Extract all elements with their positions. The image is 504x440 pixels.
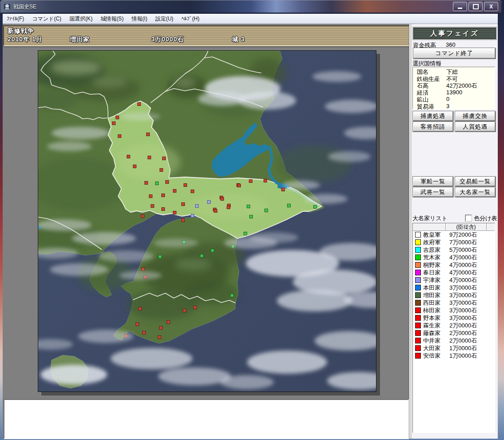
menu-item-1[interactable]: コマンド(C) bbox=[28, 14, 65, 24]
daimyo-row[interactable]: 春日家 4万0000石 bbox=[413, 269, 495, 276]
clan-name: 藤森家 bbox=[423, 329, 446, 337]
daimyo-row[interactable]: 野本家 3万0000石 bbox=[413, 314, 495, 322]
close-button[interactable]: X bbox=[484, 2, 498, 11]
action-button-2[interactable]: 客将招請 bbox=[412, 121, 453, 132]
clan-koku: 3万0000石 bbox=[449, 307, 477, 315]
clan-name: 霧生家 bbox=[423, 322, 446, 330]
clan-name: 教皇軍 bbox=[423, 231, 446, 239]
clan-koku: 3万0000石 bbox=[449, 291, 477, 299]
list-buttons: 軍船一覧交易船一覧武将一覧大名家一覧 bbox=[412, 176, 496, 197]
daimyo-row[interactable]: 宇津家 4万0000石 bbox=[413, 276, 495, 284]
info-value: 42万2000石 bbox=[446, 82, 495, 89]
menu-item-0[interactable]: ﾌｧｲﾙ(F) bbox=[3, 14, 28, 23]
daimyo-row[interactable]: 柿田家 3万0000石 bbox=[413, 307, 495, 314]
clan-name: 安倍家 bbox=[423, 352, 446, 360]
menu-item-5[interactable]: 設定(U) bbox=[151, 14, 177, 24]
scenario-title: 新修戦争 bbox=[8, 27, 34, 35]
menu-item-6[interactable]: ﾍﾙﾌﾟ(H) bbox=[177, 14, 204, 23]
info-label: 鉄砲生産 bbox=[413, 75, 446, 82]
daimyo-row[interactable]: 本田家 3万0000石 bbox=[413, 284, 495, 291]
clan-name: 本田家 bbox=[423, 284, 446, 292]
clan-color-chip bbox=[415, 270, 421, 275]
daimyo-row[interactable]: 桐野家 4万0000石 bbox=[413, 261, 495, 269]
daimyo-row[interactable]: 吉原家 5万0000石 bbox=[413, 246, 495, 254]
menu-item-2[interactable]: 国選択(K) bbox=[65, 14, 96, 24]
message-panel bbox=[4, 399, 409, 439]
menu-item-3[interactable]: 城情報(S) bbox=[96, 14, 128, 24]
clan-color-chip bbox=[415, 232, 421, 238]
clan-color-chip bbox=[415, 323, 421, 328]
info-label: 経済 bbox=[413, 89, 446, 96]
country-info-row: 石高 42万2000石 bbox=[413, 82, 495, 89]
list-button-2[interactable]: 武将一覧 bbox=[412, 187, 453, 197]
clan-color-chip bbox=[415, 353, 421, 359]
phase-header: 人事フェイズ bbox=[412, 27, 497, 40]
clan-koku: 1万0000石 bbox=[449, 352, 477, 360]
colorize-checkbox[interactable] bbox=[465, 215, 472, 221]
clan-name: 宇津家 bbox=[423, 276, 446, 284]
game-date: 2010年 1月 bbox=[8, 36, 43, 44]
selected-country-info: 国名 下総 鉄砲生産 不可 石高 42万2000石 経済 13900 鉱山 0 … bbox=[412, 67, 495, 109]
action-button-0[interactable]: 捕虜処遇 bbox=[412, 111, 453, 121]
clan-koku: 9万2000石 bbox=[449, 231, 477, 239]
player-clan: 増田家 bbox=[70, 36, 90, 44]
end-command-button[interactable]: コマンド終了 bbox=[413, 48, 496, 59]
map-canvas[interactable] bbox=[38, 51, 376, 392]
list-button-3[interactable]: 大名家一覧 bbox=[455, 187, 496, 197]
player-koku: 3万0000石 bbox=[151, 36, 184, 44]
minimize-icon bbox=[458, 8, 462, 9]
clan-name: 野本家 bbox=[423, 314, 446, 322]
clan-koku: 2万0000石 bbox=[449, 329, 477, 337]
action-button-1[interactable]: 捕虜交換 bbox=[455, 111, 496, 121]
daimyo-row[interactable]: 霧生家 2万0000石 bbox=[413, 322, 495, 329]
clan-name: 桐野家 bbox=[423, 261, 446, 269]
minimize-button[interactable] bbox=[453, 2, 467, 11]
clan-color-chip bbox=[415, 315, 421, 321]
daimyo-row[interactable]: 荒木家 4万0000石 bbox=[413, 254, 495, 261]
action-button-3[interactable]: 人質処遇 bbox=[455, 121, 496, 132]
daimyo-row[interactable]: 安倍家 1万0000石 bbox=[413, 352, 495, 359]
clan-koku: 2万0000石 bbox=[449, 337, 477, 345]
strategy-map[interactable] bbox=[38, 50, 376, 392]
list-button-0[interactable]: 軍船一覧 bbox=[412, 176, 453, 186]
clan-color-chip bbox=[415, 239, 421, 245]
maximize-icon bbox=[473, 4, 479, 9]
title-bar[interactable]: 戦国史SE X bbox=[0, 0, 502, 13]
daimyo-row[interactable]: 西田家 3万0000石 bbox=[413, 299, 495, 307]
clan-koku: 4万0000石 bbox=[449, 276, 477, 284]
info-value: 13900 bbox=[446, 89, 495, 96]
clan-color-chip bbox=[415, 345, 421, 351]
clan-koku: 4万0000石 bbox=[449, 269, 477, 277]
daimyo-row[interactable]: 中井家 2万0000石 bbox=[413, 337, 495, 344]
daimyo-row[interactable]: 藤森家 2万0000石 bbox=[413, 329, 495, 337]
clan-koku: 3万0000石 bbox=[449, 314, 477, 322]
funds-value: 360 bbox=[446, 41, 456, 48]
app-icon bbox=[4, 3, 11, 10]
clan-name: 大田家 bbox=[423, 344, 446, 352]
clan-color-chip bbox=[415, 277, 421, 283]
clan-koku: 5万0000石 bbox=[449, 246, 477, 254]
country-info-row: 貿易港 3 bbox=[413, 103, 495, 110]
clan-koku: 7万0000石 bbox=[449, 238, 477, 246]
daimyo-row[interactable]: 増田家 3万0000石 bbox=[413, 291, 495, 299]
clan-name: 荒木家 bbox=[423, 254, 446, 262]
clan-color-chip bbox=[415, 330, 421, 336]
daimyo-row[interactable]: 大田家 1万0000石 bbox=[413, 344, 495, 352]
clan-koku: 3万0000石 bbox=[449, 284, 477, 292]
map-noise bbox=[38, 51, 376, 392]
info-label: 石高 bbox=[413, 82, 446, 89]
menu-bar: ﾌｧｲﾙ(F)コマンド(C)国選択(K)城情報(S)情報(I)設定(U)ﾍﾙﾌﾟ… bbox=[3, 14, 498, 24]
clan-color-chip bbox=[415, 254, 421, 260]
clan-name: 増田家 bbox=[423, 291, 446, 299]
maximize-button[interactable] bbox=[468, 2, 483, 11]
player-castles: 城 3 bbox=[232, 36, 245, 44]
clan-koku: 2万0000石 bbox=[449, 322, 477, 330]
menu-item-4[interactable]: 情報(I) bbox=[128, 14, 151, 24]
daimyo-row[interactable]: 政府軍 7万0000石 bbox=[413, 238, 495, 246]
daimyo-row[interactable]: 教皇軍 9万2000石 bbox=[413, 231, 495, 238]
daimyo-list-header: (臣従含) bbox=[413, 223, 495, 231]
list-button-1[interactable]: 交易船一覧 bbox=[455, 176, 496, 186]
country-info-row: 鉄砲生産 不可 bbox=[413, 75, 495, 82]
daimyo-list-title: 大名家リスト bbox=[412, 214, 448, 222]
info-label: 貿易港 bbox=[413, 103, 446, 110]
